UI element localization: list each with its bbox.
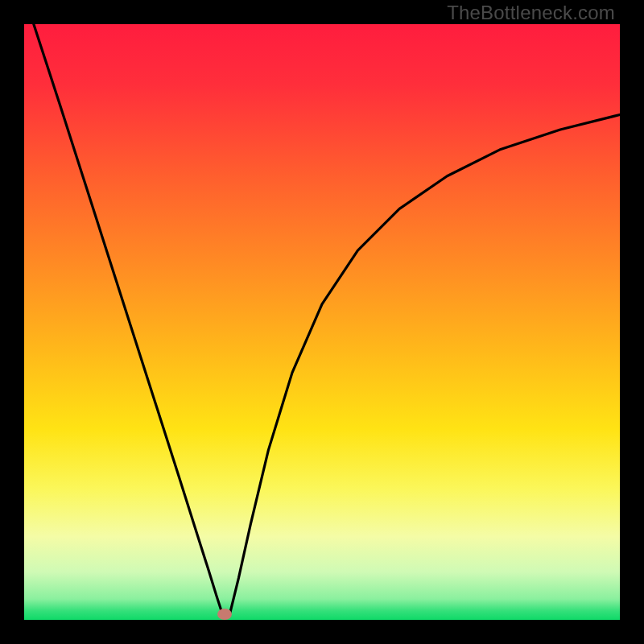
bottleneck-curve xyxy=(24,24,620,620)
optimal-point-marker xyxy=(217,609,232,620)
plot-area xyxy=(24,24,620,620)
curve-left-branch xyxy=(34,24,223,614)
curve-right-branch xyxy=(229,114,620,614)
watermark-text: TheBottleneck.com xyxy=(447,2,615,24)
